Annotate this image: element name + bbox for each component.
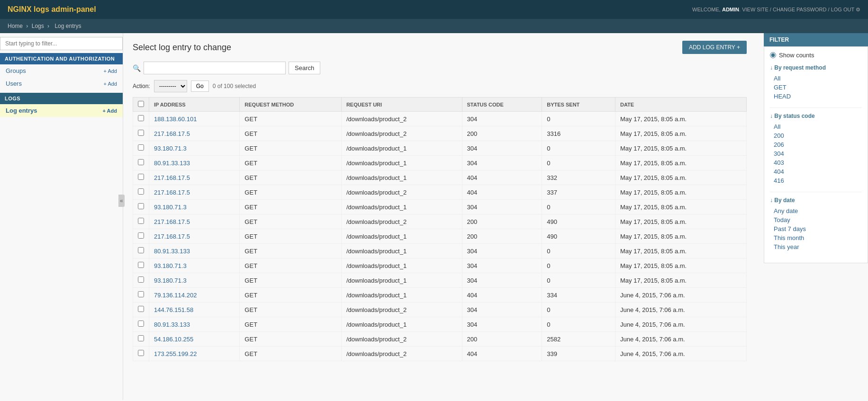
row-checkbox[interactable]: [138, 276, 144, 283]
row-checkbox[interactable]: [138, 306, 144, 312]
filter-link[interactable]: All: [770, 122, 862, 131]
filter-link[interactable]: 200: [770, 131, 862, 140]
sidebar-item-groups[interactable]: Groups + Add: [0, 64, 123, 77]
row-checkbox[interactable]: [138, 159, 144, 165]
row-ip-link[interactable]: 93.180.71.3: [154, 277, 187, 284]
filter-link[interactable]: 206: [770, 140, 862, 149]
add-log-entry-button[interactable]: ADD LOG ENTRY +: [682, 41, 747, 54]
row-bytes: 0: [542, 244, 615, 258]
row-ip: 54.186.10.255: [149, 332, 240, 347]
row-checkbox[interactable]: [138, 350, 144, 356]
search-input[interactable]: [144, 62, 286, 74]
sidebar-item-log-entrys[interactable]: Log entrys + Add: [0, 104, 123, 117]
row-uri: /downloads/product_2: [341, 126, 462, 141]
sidebar-filter-input[interactable]: [0, 37, 123, 50]
table-col-status-code: STATUS CODE: [462, 98, 542, 112]
row-ip-link[interactable]: 80.91.33.133: [154, 160, 190, 167]
row-ip-link[interactable]: 93.180.71.3: [154, 262, 187, 269]
show-counts-option[interactable]: Show counts: [770, 52, 862, 59]
row-bytes: 490: [542, 214, 615, 229]
search-button[interactable]: Search: [289, 62, 320, 74]
row-ip-link[interactable]: 80.91.33.133: [154, 248, 190, 255]
row-ip-link[interactable]: 217.168.17.5: [154, 174, 190, 181]
row-checkbox[interactable]: [138, 188, 144, 195]
row-checkbox[interactable]: [138, 115, 144, 121]
breadcrumb-logs[interactable]: Logs: [32, 23, 44, 29]
select-all-checkbox[interactable]: [138, 101, 144, 107]
row-ip-link[interactable]: 188.138.60.101: [154, 116, 197, 123]
row-uri: /downloads/product_1: [341, 258, 462, 273]
go-button[interactable]: Go: [191, 80, 209, 92]
row-uri: /downloads/product_1: [341, 229, 462, 244]
row-checkbox[interactable]: [138, 203, 144, 209]
sidebar-item-users[interactable]: Users + Add: [0, 77, 123, 90]
filter-date-title[interactable]: By date: [770, 197, 862, 204]
user-info: WELCOME, ADMIN. VIEW SITE / CHANGE PASSW…: [692, 7, 860, 13]
row-checkbox[interactable]: [138, 262, 144, 268]
row-ip-link[interactable]: 217.168.17.5: [154, 130, 190, 137]
filter-status-code-title[interactable]: By status code: [770, 113, 862, 119]
table-row: 93.180.71.3GET/downloads/product_13040Ma…: [133, 200, 747, 214]
filter-link[interactable]: 404: [770, 167, 862, 176]
sidebar-users-add[interactable]: + Add: [104, 81, 117, 87]
row-checkbox[interactable]: [138, 247, 144, 253]
filter-request-method-title[interactable]: By request method: [770, 64, 862, 71]
show-counts-radio[interactable]: [770, 52, 776, 58]
row-ip-link[interactable]: 54.186.10.255: [154, 336, 193, 343]
row-bytes: 0: [542, 141, 615, 156]
change-password-link[interactable]: CHANGE PASSWORD: [773, 7, 826, 12]
breadcrumb-log-entrys: Log entrys: [54, 23, 81, 29]
filter-link[interactable]: This year: [770, 242, 862, 251]
filter-link[interactable]: 403: [770, 158, 862, 167]
row-ip-link[interactable]: 217.168.17.5: [154, 233, 190, 240]
action-select[interactable]: ---------: [154, 80, 187, 92]
row-checkbox[interactable]: [138, 144, 144, 151]
filter-link[interactable]: 304: [770, 149, 862, 158]
sidebar-groups-add[interactable]: + Add: [104, 68, 117, 74]
row-method: GET: [240, 141, 342, 156]
filter-link[interactable]: Any date: [770, 206, 862, 215]
row-ip-link[interactable]: 144.76.151.58: [154, 306, 193, 313]
row-ip-link[interactable]: 217.168.17.5: [154, 218, 190, 225]
row-checkbox[interactable]: [138, 232, 144, 239]
row-checkbox[interactable]: [138, 335, 144, 341]
row-checkbox[interactable]: [138, 174, 144, 180]
row-status: 404: [462, 170, 542, 185]
row-ip: 217.168.17.5: [149, 214, 240, 229]
filter-link[interactable]: All: [770, 74, 862, 83]
view-site-link[interactable]: VIEW SITE: [742, 7, 769, 12]
row-ip: 188.138.60.101: [149, 112, 240, 126]
row-checkbox[interactable]: [138, 321, 144, 327]
filter-link[interactable]: Past 7 days: [770, 224, 862, 233]
filter-link[interactable]: Today: [770, 215, 862, 224]
row-ip-link[interactable]: 79.136.114.202: [154, 292, 197, 299]
row-checkbox[interactable]: [138, 218, 144, 224]
row-date: May 17, 2015, 8:05 a.m.: [615, 170, 747, 185]
sidebar-log-entrys-add[interactable]: + Add: [103, 108, 117, 114]
filter-link[interactable]: This month: [770, 233, 862, 242]
row-ip-link[interactable]: 93.180.71.3: [154, 145, 187, 152]
row-ip-link[interactable]: 173.255.199.22: [154, 350, 197, 357]
row-bytes: 337: [542, 185, 615, 200]
row-ip-link[interactable]: 93.180.71.3: [154, 204, 187, 211]
row-checkbox-cell: [133, 200, 149, 214]
filter-link[interactable]: GET: [770, 83, 862, 92]
row-ip-link[interactable]: 80.91.33.133: [154, 321, 190, 328]
row-uri: /downloads/product_1: [341, 288, 462, 303]
log-out-link[interactable]: LOG OUT: [831, 7, 854, 12]
sidebar-groups-label: Groups: [6, 67, 26, 74]
table-row: 54.186.10.255GET/downloads/product_22002…: [133, 332, 747, 347]
row-date: May 17, 2015, 8:05 a.m.: [615, 214, 747, 229]
row-status: 304: [462, 141, 542, 156]
row-ip: 80.91.33.133: [149, 156, 240, 170]
table-header: IP ADDRESSREQUEST METHODREQUEST URISTATU…: [133, 98, 747, 112]
breadcrumb-home[interactable]: Home: [8, 23, 23, 29]
table-row: 93.180.71.3GET/downloads/product_13040Ma…: [133, 258, 747, 273]
row-status: 200: [462, 332, 542, 347]
filter-link[interactable]: 416: [770, 176, 862, 185]
filter-link[interactable]: HEAD: [770, 92, 862, 101]
row-checkbox[interactable]: [138, 291, 144, 297]
row-checkbox[interactable]: [138, 130, 144, 136]
row-ip-link[interactable]: 217.168.17.5: [154, 189, 190, 196]
row-status: 404: [462, 347, 542, 361]
